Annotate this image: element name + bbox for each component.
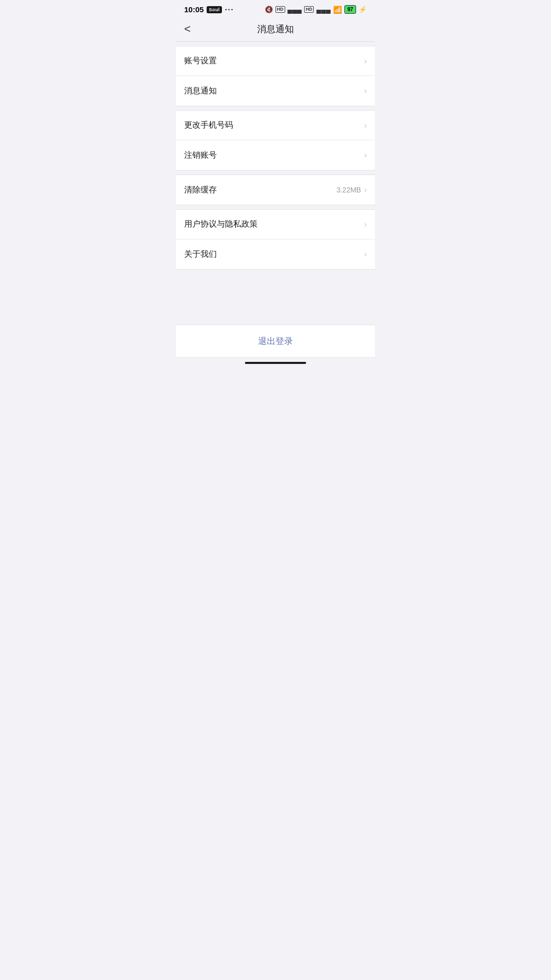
section-account: 账号设置 › 消息通知 › xyxy=(176,46,375,106)
chevron-icon: › xyxy=(364,57,367,66)
logout-section: 退出登录 xyxy=(176,325,375,358)
status-right: 🔇 HD ▄▄▄ HD ▄▄▄ 📶 97 ⚡ xyxy=(265,5,367,14)
section-legal: 用户协议与隐私政策 › 关于我们 › xyxy=(176,209,375,270)
home-indicator xyxy=(176,358,375,366)
logout-label: 退出登录 xyxy=(258,335,293,347)
charging-icon: ⚡ xyxy=(359,6,367,13)
cache-size-value: 3.22MB xyxy=(336,186,361,194)
nav-bar: < 消息通知 xyxy=(176,17,375,42)
message-notifications-label: 消息通知 xyxy=(184,86,217,96)
menu-item-user-agreement[interactable]: 用户协议与隐私政策 › xyxy=(176,210,375,239)
more-dots: ··· xyxy=(225,6,234,14)
time-display: 10:05 xyxy=(184,5,204,14)
change-phone-label: 更改手机号码 xyxy=(184,120,233,131)
account-settings-label: 账号设置 xyxy=(184,56,217,66)
change-phone-right: › xyxy=(364,121,367,130)
soul-badge: Soul xyxy=(207,6,222,13)
menu-item-message-notifications[interactable]: 消息通知 › xyxy=(176,76,375,106)
section-phone: 更改手机号码 › 注销账号 › xyxy=(176,110,375,170)
cancel-account-label: 注销账号 xyxy=(184,150,217,161)
hd-badge-2: HD xyxy=(304,6,314,13)
clear-cache-label: 清除缓存 xyxy=(184,185,217,195)
back-button[interactable]: < xyxy=(184,23,191,35)
account-settings-right: › xyxy=(364,57,367,66)
user-agreement-right: › xyxy=(364,220,367,229)
page-title: 消息通知 xyxy=(257,23,294,35)
status-left: 10:05 Soul ··· xyxy=(184,5,234,14)
status-bar: 10:05 Soul ··· 🔇 HD ▄▄▄ HD ▄▄▄ 📶 97 ⚡ xyxy=(176,0,375,17)
spacer xyxy=(176,274,375,325)
menu-item-change-phone[interactable]: 更改手机号码 › xyxy=(176,111,375,140)
chevron-icon: › xyxy=(364,250,367,259)
section-cache: 清除缓存 3.22MB › xyxy=(176,175,375,205)
menu-item-about-us[interactable]: 关于我们 › xyxy=(176,239,375,269)
mute-icon: 🔇 xyxy=(265,6,273,13)
home-indicator-bar xyxy=(245,362,306,364)
chevron-icon: › xyxy=(364,185,367,194)
chevron-icon: › xyxy=(364,220,367,229)
about-us-label: 关于我们 xyxy=(184,249,217,260)
menu-item-account-settings[interactable]: 账号设置 › xyxy=(176,46,375,76)
chevron-icon: › xyxy=(364,151,367,160)
signal-icon-2: ▄▄▄ xyxy=(316,6,331,13)
message-notifications-right: › xyxy=(364,86,367,95)
clear-cache-right: 3.22MB › xyxy=(336,185,367,194)
content-area: 账号设置 › 消息通知 › 更改手机号码 › 注销账号 › xyxy=(176,46,375,358)
wifi-icon: 📶 xyxy=(333,6,342,14)
back-icon: < xyxy=(184,22,191,35)
menu-item-clear-cache[interactable]: 清除缓存 3.22MB › xyxy=(176,175,375,205)
cancel-account-right: › xyxy=(364,151,367,160)
signal-icon: ▄▄▄ xyxy=(288,6,302,13)
logout-button[interactable]: 退出登录 xyxy=(176,325,375,357)
chevron-icon: › xyxy=(364,121,367,130)
battery-level: 97 xyxy=(344,5,356,14)
about-us-right: › xyxy=(364,250,367,259)
chevron-icon: › xyxy=(364,86,367,95)
hd-badge-1: HD xyxy=(276,6,285,13)
menu-item-cancel-account[interactable]: 注销账号 › xyxy=(176,140,375,170)
user-agreement-label: 用户协议与隐私政策 xyxy=(184,219,258,230)
